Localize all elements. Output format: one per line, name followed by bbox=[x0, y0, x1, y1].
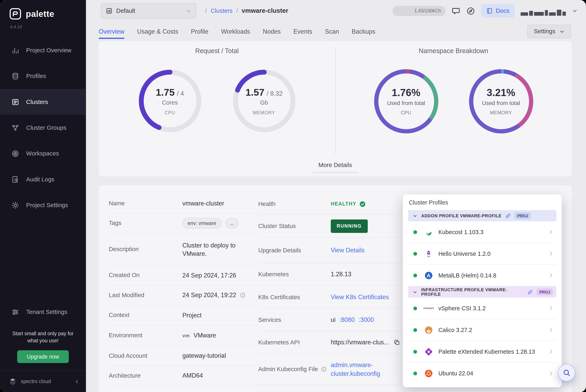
namespace-cpu-caption: Used from total bbox=[387, 100, 425, 106]
compass-icon bbox=[466, 6, 475, 15]
search-fab-button[interactable] bbox=[558, 364, 575, 381]
sidebar-item-workspaces[interactable]: Workspaces bbox=[0, 140, 86, 166]
profile-item-metallb[interactable]: MetalLB (Helm) 0.14.8 bbox=[408, 265, 557, 286]
profile-item-ubuntu[interactable]: Ubuntu 22.04 bbox=[408, 362, 557, 384]
status-dot bbox=[413, 274, 417, 277]
view-details-link[interactable]: View Details bbox=[331, 247, 365, 254]
chevron-right-icon bbox=[548, 370, 554, 376]
memory-label: MEMORY bbox=[253, 110, 275, 115]
sidebar-bottom: Tenant Settings Start small and only pay… bbox=[0, 302, 86, 392]
tab-events[interactable]: Events bbox=[293, 22, 312, 40]
link-icon[interactable] bbox=[505, 213, 511, 218]
search-icon bbox=[563, 369, 571, 377]
docs-button[interactable]: Docs bbox=[481, 4, 515, 18]
tab-nodes[interactable]: Nodes bbox=[263, 22, 281, 40]
service-port-8080-link[interactable]: :8080 bbox=[339, 316, 355, 323]
sidebar-item-label: Cluster Groups bbox=[26, 124, 66, 131]
sidebar-item-cluster-groups[interactable]: Cluster Groups bbox=[0, 115, 86, 140]
chevron-right-icon bbox=[548, 272, 554, 278]
service-port-3000-link[interactable]: :3000 bbox=[358, 316, 374, 323]
tab-usage-costs[interactable]: Usage & Costs bbox=[137, 22, 178, 40]
usage-credits-pill[interactable]: 1.43/100kCh bbox=[392, 6, 445, 16]
tab-backups[interactable]: Backups bbox=[352, 22, 376, 40]
project-selector[interactable]: Default bbox=[101, 4, 196, 18]
collapse-sidebar-button[interactable] bbox=[74, 378, 80, 384]
sidebar-item-label: Tenant Settings bbox=[26, 309, 67, 316]
user-menu-chevron[interactable] bbox=[572, 8, 578, 14]
sidebar-item-label: Workspaces bbox=[26, 150, 59, 157]
detail-row-created-on: Created On 24 Sep 2024, 17:26 bbox=[109, 266, 258, 286]
sidebar-item-clusters[interactable]: Clusters bbox=[0, 89, 86, 115]
info-icon[interactable] bbox=[240, 292, 246, 298]
cluster-tabs: Overview Usage & Costs Profile Workloads… bbox=[86, 22, 586, 41]
details-right-column: Health HEALTHY Cluster Status RUNNING Up… bbox=[258, 194, 419, 386]
detail-row-k8s-certificates: K8s Certificates View K8s Certificates bbox=[258, 286, 419, 309]
spectro-cloud-logo-icon bbox=[8, 377, 17, 386]
copy-button[interactable] bbox=[394, 339, 400, 346]
sidebar-item-profiles[interactable]: Profiles bbox=[0, 63, 86, 89]
admin-kubeconfig-link[interactable]: admin.vmware-cluster.kubeconfig bbox=[331, 361, 391, 378]
profile-item-palette-extended-kubernetes[interactable]: Palette eXtended Kubernetes 1.28.13 bbox=[408, 341, 557, 362]
sidebar-footer: spectro cloud bbox=[0, 370, 86, 392]
palette-logo-icon bbox=[9, 8, 22, 20]
app-version: 4.4.19 bbox=[0, 20, 86, 29]
view-k8s-certificates-link[interactable]: View K8s Certificates bbox=[331, 294, 389, 300]
clusters-icon bbox=[11, 98, 19, 106]
namespace-memory-donut: 3.21% Used from total MEMORY bbox=[469, 69, 533, 133]
detail-row-kubernetes-api: Kubernetes API https://vmware-clus... bbox=[258, 331, 419, 354]
more-details-button[interactable]: More Details bbox=[312, 162, 358, 173]
settings-button[interactable]: Settings bbox=[528, 25, 571, 38]
detail-row-name: Name vmware-cluster bbox=[109, 194, 258, 214]
memory-used-value: 1.57 bbox=[246, 86, 264, 98]
project-selector-value: Default bbox=[116, 8, 135, 14]
sidebar-nav: Project Overview Profiles Clusters Clust… bbox=[0, 37, 86, 218]
info-icon[interactable] bbox=[321, 366, 327, 372]
namespace-breakdown-title: Namespace Breakdown bbox=[335, 47, 572, 55]
sidebar-item-audit-logs[interactable]: Audit Logs bbox=[0, 166, 86, 192]
pxk-icon bbox=[424, 347, 434, 356]
chevron-right-icon bbox=[548, 348, 554, 355]
cpu-used-value: 1.75 bbox=[156, 86, 175, 98]
help-button[interactable] bbox=[466, 6, 475, 15]
sidebar-item-project-overview[interactable]: Project Overview bbox=[0, 37, 86, 63]
link-icon[interactable] bbox=[528, 289, 533, 295]
breadcrumb-clusters-link[interactable]: Clusters bbox=[210, 8, 232, 14]
vmware-logo: vm bbox=[182, 332, 190, 338]
tags-more-button[interactable]: ... bbox=[225, 218, 238, 229]
breadcrumb-separator: / bbox=[236, 8, 238, 14]
detail-row-architecture: Architecture AMD64 bbox=[109, 366, 258, 386]
book-icon bbox=[486, 8, 493, 14]
tab-profile[interactable]: Profile bbox=[191, 22, 208, 40]
status-dot bbox=[413, 350, 417, 353]
tag-env-vmware: env: vmware bbox=[182, 218, 221, 229]
user-menu-redacted[interactable] bbox=[521, 6, 566, 16]
chat-icon bbox=[451, 6, 460, 15]
detail-row-kubernetes: Kubernetes 1.28.13 bbox=[258, 263, 419, 286]
chevron-down-icon bbox=[572, 8, 578, 14]
chevron-right-icon bbox=[548, 327, 554, 333]
sidebar-item-tenant-settings[interactable]: Tenant Settings bbox=[0, 302, 86, 323]
chevron-left-icon bbox=[74, 378, 80, 384]
vmware-icon: vmware bbox=[424, 304, 434, 313]
infrastructure-profile-header[interactable]: INFRASTRUCTURE PROFILE VMWARE-PROFILE PR… bbox=[408, 286, 557, 298]
bar-chart-icon bbox=[11, 46, 19, 54]
calico-icon bbox=[424, 325, 434, 335]
tab-overview[interactable]: Overview bbox=[99, 22, 124, 40]
detail-row-environment: Environment vmVMware bbox=[109, 325, 258, 346]
card-divider bbox=[335, 46, 336, 154]
profile-item-hello-universe[interactable]: Hello Universe 1.2.0 bbox=[408, 243, 557, 265]
tab-scan[interactable]: Scan bbox=[325, 22, 339, 40]
cluster-profiles-panel: Cluster Profiles ADDON PROFILE VMWARE-PR… bbox=[403, 194, 562, 387]
chat-button[interactable] bbox=[451, 6, 460, 15]
profile-item-calico[interactable]: Calico 3.27.2 bbox=[408, 319, 557, 341]
profile-item-kubecost[interactable]: Kubecost 1.103.3 bbox=[408, 221, 557, 243]
tab-workloads[interactable]: Workloads bbox=[221, 22, 250, 40]
cpu-request-donut: 1.75/ 4 Cores CPU bbox=[138, 69, 202, 133]
addon-profile-header[interactable]: ADDON PROFILE VMWARE-PROFILE PROJ bbox=[408, 210, 557, 221]
sidebar-item-label: Profiles bbox=[26, 73, 46, 80]
sidebar-item-project-settings[interactable]: Project Settings bbox=[0, 192, 86, 218]
sidebar-item-label: Project Overview bbox=[26, 47, 71, 54]
profile-item-vsphere-csi[interactable]: vmware vSphere CSI 3.1.2 bbox=[408, 298, 557, 319]
upgrade-now-button[interactable]: Upgrade now bbox=[17, 350, 69, 363]
cpu-total-value: / 4 bbox=[177, 90, 184, 98]
